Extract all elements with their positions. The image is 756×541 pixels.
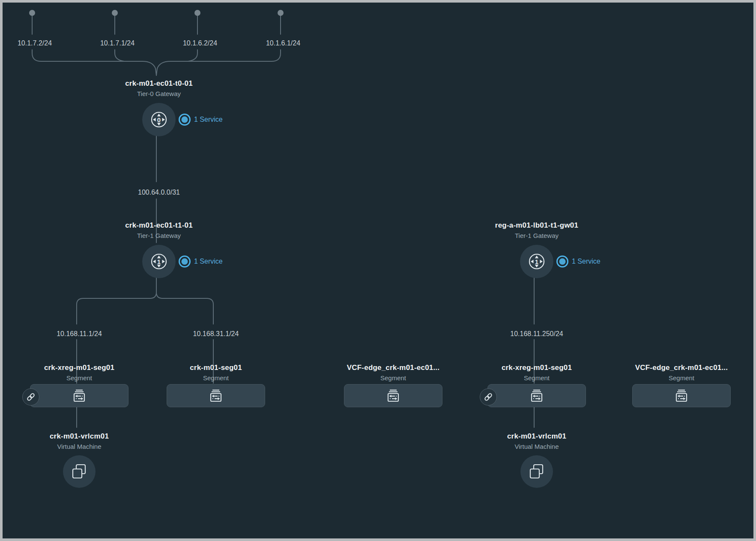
vm-icon[interactable] [520, 455, 553, 488]
segment-type: Segment [167, 374, 265, 382]
tier0-gateway-type: Tier-0 Gateway [95, 90, 223, 97]
vm-name: crk-m01-vrlcm01 [485, 432, 588, 441]
segment-type: Segment [344, 374, 442, 382]
tier1-gateway-node-left: crk-m01-ec01-t1-01 Tier-1 Gateway 1 [95, 221, 223, 281]
linked-segment-badge[interactable] [480, 388, 497, 406]
tier1-gateway-icon[interactable]: 1 [520, 245, 553, 278]
vm-node-right: crk-m01-vrlcm01 Virtual Machine [485, 432, 588, 488]
segment-name: VCF-edge_crk-m01-ec01... [632, 364, 731, 372]
tier1-gateway-name: reg-a-m01-lb01-t1-gw01 [472, 221, 601, 230]
uplink-ip-label: 10.1.6.2/24 [168, 39, 232, 47]
segment-node: VCF-edge_crk-m01-ec01... Segment [632, 364, 731, 407]
uplink-port-dots [29, 10, 284, 16]
service-count-label[interactable]: 1 Service [572, 255, 601, 268]
link-icon [26, 392, 36, 402]
segment-box[interactable] [632, 384, 731, 407]
segment-icon [385, 388, 401, 403]
svg-text:1: 1 [157, 258, 161, 265]
segment-icon [529, 388, 544, 403]
tier0-gateway-icon[interactable]: 0 [142, 103, 176, 136]
segment-type: Segment [487, 374, 586, 382]
segment-type: Segment [632, 374, 731, 382]
vm-icon-glyph [527, 462, 546, 481]
segment-box[interactable] [487, 384, 586, 407]
service-badge-icon[interactable] [178, 113, 191, 126]
linked-segment-badge[interactable] [22, 388, 39, 406]
segment-box[interactable] [344, 384, 442, 407]
segment-ip-label: 10.168.11.250/24 [500, 329, 573, 339]
service-count-label[interactable]: 1 Service [194, 255, 223, 268]
tier1-icon-glyph: 1 [149, 251, 169, 272]
tier1-gateway-name: crk-m01-ec01-t1-01 [95, 221, 223, 230]
segment-icon [674, 388, 689, 403]
tier1-gateway-icon[interactable]: 1 [142, 245, 176, 278]
vm-name: crk-m01-vrlcm01 [28, 432, 131, 441]
vm-type: Virtual Machine [28, 443, 131, 450]
topology-canvas: 10.1.7.2/24 10.1.7.1/24 10.1.6.2/24 10.1… [0, 0, 756, 541]
tier0-gateway-node: crk-m01-ec01-t0-01 Tier-0 Gateway 0 [95, 79, 223, 139]
svg-text:0: 0 [157, 116, 161, 123]
service-badge-icon[interactable] [556, 255, 569, 268]
tier0-gateway-name: crk-m01-ec01-t0-01 [95, 79, 223, 88]
segment-node: crk-m01-seg01 Segment [167, 364, 265, 407]
service-badge-icon[interactable] [178, 255, 191, 268]
segment-node: VCF-edge_crk-m01-ec01... Segment [344, 364, 442, 407]
segment-node: crk-xreg-m01-seg01 Segment [487, 364, 586, 407]
segment-name: VCF-edge_crk-m01-ec01... [344, 364, 442, 372]
segment-node: crk-xreg-m01-seg01 Segment [30, 364, 128, 407]
vm-icon-glyph [70, 462, 89, 481]
router-link-ip-label: 100.64.0.0/31 [123, 188, 195, 197]
tier1-gateway-type: Tier-1 Gateway [472, 232, 601, 239]
uplink-ip-label: 10.1.7.1/24 [85, 39, 149, 47]
tier0-icon-glyph: 0 [149, 109, 169, 130]
vm-node-left: crk-m01-vrlcm01 Virtual Machine [28, 432, 131, 488]
service-count-label[interactable]: 1 Service [194, 113, 223, 126]
segment-ip-label: 10.168.11.1/24 [43, 329, 116, 339]
tier1-gateway-node-right: reg-a-m01-lb01-t1-gw01 Tier-1 Gateway 1 [472, 221, 601, 281]
vm-type: Virtual Machine [485, 443, 588, 450]
vm-icon[interactable] [63, 455, 96, 488]
segment-box[interactable] [30, 384, 128, 407]
svg-text:1: 1 [535, 258, 538, 265]
tier1-gateway-type: Tier-1 Gateway [95, 232, 223, 239]
segment-type: Segment [30, 374, 128, 382]
link-icon [484, 392, 493, 402]
segment-box[interactable] [167, 384, 265, 407]
segment-icon [72, 388, 87, 403]
segment-ip-label: 10.168.31.1/24 [179, 329, 252, 339]
uplink-ip-label: 10.1.6.1/24 [251, 39, 315, 47]
uplink-ip-label: 10.1.7.2/24 [3, 39, 67, 47]
segment-name: crk-xreg-m01-seg01 [30, 364, 128, 372]
segment-name: crk-m01-seg01 [167, 364, 265, 372]
segment-icon [208, 388, 224, 403]
tier1-icon-glyph: 1 [526, 251, 547, 272]
segment-name: crk-xreg-m01-seg01 [487, 364, 586, 372]
